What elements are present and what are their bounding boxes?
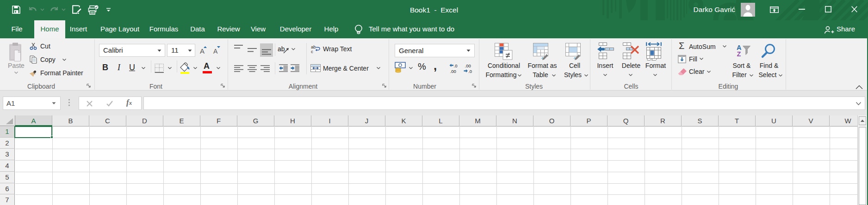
- svg-text:ab: ab: [278, 45, 285, 53]
- svg-text:c: c: [311, 49, 313, 54]
- svg-text:.00: .00: [465, 63, 471, 68]
- svg-text:Z: Z: [737, 50, 741, 58]
- svg-text:.0: .0: [468, 69, 472, 74]
- svg-text:.0: .0: [454, 63, 458, 68]
- svg-text:.00: .00: [450, 69, 456, 74]
